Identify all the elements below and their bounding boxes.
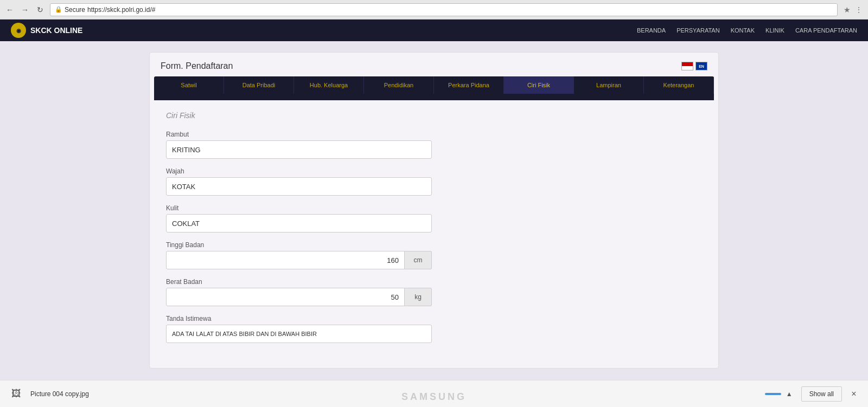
kulit-input[interactable]: COKLAT: [166, 214, 432, 232]
lock-icon: 🔒: [55, 6, 62, 13]
samsung-brand: SAMSUNG: [401, 391, 467, 403]
kulit-value: COKLAT: [172, 219, 200, 228]
tab-ciri-fisik[interactable]: Ciri Fisik: [504, 76, 574, 94]
rambut-value: KRITING: [172, 146, 201, 154]
browser-actions: ★ ⋮: [842, 5, 864, 15]
berat-group: Berat Badan 50 kg: [166, 278, 702, 306]
tab-lampiran[interactable]: Lampiran: [574, 76, 644, 94]
forward-button[interactable]: →: [20, 4, 30, 15]
tab-pendidikan[interactable]: Pendidikan: [364, 76, 434, 94]
form-title: Form. Pendaftaran: [161, 61, 233, 71]
berat-label: Berat Badan: [166, 278, 702, 286]
berat-unit: kg: [405, 288, 432, 306]
url-display: https://skck.polri.go.id/#: [87, 6, 155, 14]
monitor-indicator: [765, 393, 781, 395]
tinggi-input-container: 160 cm: [166, 251, 432, 269]
tab-data-pribadi[interactable]: Data Pribadi: [224, 76, 294, 94]
progress-bar-container: [154, 94, 714, 100]
berat-value: 50: [391, 293, 399, 301]
tinggi-input[interactable]: 160: [166, 251, 405, 269]
tanda-label: Tanda Istimewa: [166, 315, 702, 322]
section-title: Ciri Fisik: [166, 111, 702, 120]
show-all-button[interactable]: Show all: [801, 386, 842, 402]
wajah-group: Wajah KOTAK: [166, 167, 702, 196]
berat-input[interactable]: 50: [166, 288, 405, 306]
bookmark-button[interactable]: ★: [842, 5, 852, 15]
address-bar[interactable]: 🔒 Secure https://skck.polri.go.id/#: [50, 3, 838, 16]
flag-en[interactable]: EN: [695, 62, 707, 70]
kulit-group: Kulit COKLAT: [166, 204, 702, 232]
site-logo: ◉ SKCK ONLINE: [11, 23, 82, 38]
rambut-input[interactable]: KRITING: [166, 140, 432, 159]
tanda-input[interactable]: ADA TAI LALAT DI ATAS BIBIR DAN DI BAWAH…: [166, 325, 432, 343]
tinggi-group: Tinggi Badan 160 cm: [166, 241, 702, 269]
site-nav: BERANDA PERSYARATAN KONTAK KLINIK CARA P…: [637, 27, 857, 34]
close-download-button[interactable]: ×: [848, 389, 859, 399]
nav-cara[interactable]: CARA PENDAFTARAN: [795, 27, 857, 34]
tanda-value: ADA TAI LALAT DI ATAS BIBIR DAN DI BAWAH…: [172, 331, 317, 337]
site-header: ◉ SKCK ONLINE BERANDA PERSYARATAN KONTAK…: [0, 20, 868, 41]
tanda-group: Tanda Istimewa ADA TAI LALAT DI ATAS BIB…: [166, 315, 702, 343]
browser-window: ← → ↻ 🔒 Secure https://skck.polri.go.id/…: [0, 0, 868, 380]
logo-icon: ◉: [11, 23, 26, 38]
back-button[interactable]: ←: [4, 4, 15, 15]
rambut-group: Rambut KRITING: [166, 131, 702, 159]
berat-input-container: 50 kg: [166, 288, 432, 306]
nav-klinik[interactable]: KLINIK: [765, 27, 784, 34]
progress-bar-fill: [154, 94, 574, 100]
tab-perkara-pidana[interactable]: Perkara Pidana: [434, 76, 504, 94]
tab-satwil[interactable]: Satwil: [154, 76, 224, 94]
reload-button[interactable]: ↻: [35, 4, 46, 15]
download-file-icon: 🖼: [9, 386, 24, 402]
wajah-value: KOTAK: [172, 183, 195, 191]
tinggi-unit: cm: [405, 251, 432, 269]
menu-button[interactable]: ⋮: [854, 5, 864, 15]
rambut-label: Rambut: [166, 131, 702, 138]
browser-toolbar: ← → ↻ 🔒 Secure https://skck.polri.go.id/…: [0, 0, 868, 20]
tinggi-value: 160: [387, 256, 399, 264]
secure-label: Secure: [65, 6, 85, 14]
tab-hub-keluarga[interactable]: Hub. Keluarga: [294, 76, 364, 94]
tabs-bar: Satwil Data Pribadi Hub. Keluarga Pendid…: [154, 76, 714, 94]
wajah-label: Wajah: [166, 167, 702, 175]
nav-persyaratan[interactable]: PERSYARATAN: [676, 27, 719, 34]
logo-text: SKCK ONLINE: [30, 26, 82, 35]
flag-id[interactable]: [681, 62, 693, 70]
tab-keterangan[interactable]: Keterangan: [644, 76, 714, 94]
nav-kontak[interactable]: KONTAK: [731, 27, 755, 34]
form-header: Form. Pendaftaran EN: [150, 53, 718, 76]
form-body: Ciri Fisik Rambut KRITING Wajah KOTAK: [150, 100, 718, 368]
kulit-label: Kulit: [166, 204, 702, 212]
main-content: Form. Pendaftaran EN Satwil: [0, 41, 868, 380]
wajah-input[interactable]: KOTAK: [166, 177, 432, 196]
tinggi-label: Tinggi Badan: [166, 241, 702, 249]
nav-beranda[interactable]: BERANDA: [637, 27, 666, 34]
expand-download-button[interactable]: ▲: [784, 389, 795, 399]
form-panel: Form. Pendaftaran EN Satwil: [149, 52, 719, 369]
lang-flags: EN: [681, 62, 707, 70]
